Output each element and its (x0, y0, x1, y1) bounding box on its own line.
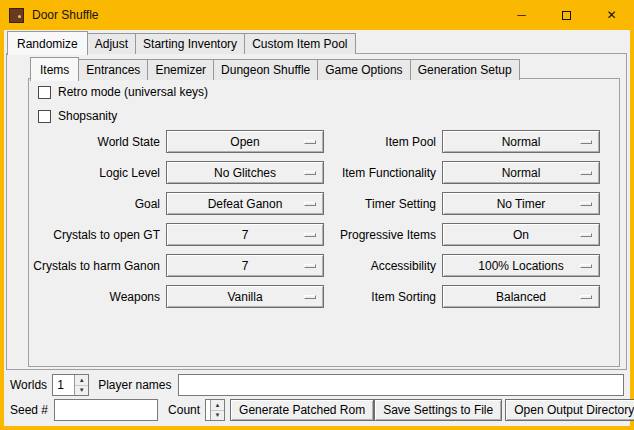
spinner-up-icon[interactable]: ▲ (211, 400, 224, 410)
goal-label: Goal (32, 197, 160, 211)
tab-randomize[interactable]: Randomize (7, 31, 88, 55)
logic-level-value: No Glitches (214, 166, 276, 180)
app-window: Door Shuffle ─ ✕ Randomize Adjust Starti… (0, 0, 634, 430)
worlds-label: Worlds (10, 378, 47, 392)
world-state-dropdown[interactable]: Open (166, 130, 324, 153)
seed-row: Seed # Count ▲ ▼ Generate Patched Rom Sa… (10, 399, 624, 421)
world-state-value: Open (230, 135, 259, 149)
worlds-spinner[interactable]: ▲ ▼ (52, 374, 89, 396)
shopsanity-label: Shopsanity (58, 109, 117, 123)
crystals-gt-label: Crystals to open GT (32, 228, 160, 242)
client-area: Randomize Adjust Starting Inventory Cust… (4, 30, 630, 426)
sub-tab-bar: Items Entrances Enemizer Dungeon Shuffle… (30, 57, 520, 80)
generate-patched-rom-button[interactable]: Generate Patched Rom (230, 399, 374, 421)
seed-label: Seed # (10, 403, 48, 417)
minimize-button[interactable]: ─ (499, 0, 544, 30)
crystals-ganon-dropdown[interactable]: 7 (166, 254, 324, 277)
accessibility-label: Accessibility (330, 259, 436, 273)
spinner-down-icon[interactable]: ▼ (75, 385, 88, 396)
spinner-up-icon[interactable]: ▲ (75, 375, 88, 385)
tab-dungeon-shuffle[interactable]: Dungeon Shuffle (213, 59, 318, 80)
close-button[interactable]: ✕ (589, 0, 634, 30)
progressive-items-value: On (513, 228, 529, 242)
app-icon[interactable] (9, 8, 24, 23)
dropdown-indicator-icon (304, 295, 316, 299)
seed-input[interactable] (54, 399, 158, 421)
progressive-items-label: Progressive Items (330, 228, 436, 242)
count-spinner[interactable]: ▲ ▼ (205, 399, 225, 421)
tab-enemizer[interactable]: Enemizer (147, 59, 214, 80)
count-spinner-arrows: ▲ ▼ (210, 400, 224, 420)
window-title: Door Shuffle (32, 8, 99, 22)
logic-level-dropdown[interactable]: No Glitches (166, 161, 324, 184)
accessibility-dropdown[interactable]: 100% Locations (442, 254, 600, 277)
main-tab-bar: Randomize Adjust Starting Inventory Cust… (7, 31, 356, 54)
title-bar: Door Shuffle ─ ✕ (0, 0, 634, 30)
item-functionality-value: Normal (502, 166, 541, 180)
item-sorting-value: Balanced (496, 290, 546, 304)
timer-setting-label: Timer Setting (330, 197, 436, 211)
item-functionality-label: Item Functionality (330, 166, 436, 180)
dropdown-indicator-icon (304, 140, 316, 144)
accessibility-value: 100% Locations (478, 259, 563, 273)
world-state-label: World State (32, 135, 160, 149)
item-sorting-label: Item Sorting (330, 290, 436, 304)
dropdown-indicator-icon (580, 202, 592, 206)
item-functionality-dropdown[interactable]: Normal (442, 161, 600, 184)
timer-setting-dropdown[interactable]: No Timer (442, 192, 600, 215)
minimize-icon: ─ (517, 8, 526, 22)
maximize-button[interactable] (544, 0, 589, 30)
retro-mode-label: Retro mode (universal keys) (58, 85, 208, 99)
item-sorting-dropdown[interactable]: Balanced (442, 285, 600, 308)
dropdown-indicator-icon (580, 171, 592, 175)
item-pool-dropdown[interactable]: Normal (442, 130, 600, 153)
player-names-input[interactable] (178, 374, 625, 396)
crystals-ganon-value: 7 (242, 259, 249, 273)
options-grid: World State Open Item Pool Normal Logic … (32, 130, 600, 308)
dropdown-indicator-icon (304, 264, 316, 268)
count-label: Count (168, 403, 200, 417)
timer-setting-value: No Timer (497, 197, 546, 211)
open-output-directory-button[interactable]: Open Output Directory (505, 399, 634, 421)
weapons-label: Weapons (32, 290, 160, 304)
dropdown-indicator-icon (304, 202, 316, 206)
spinner-down-icon[interactable]: ▼ (211, 410, 224, 421)
save-settings-button[interactable]: Save Settings to File (374, 399, 502, 421)
player-names-label: Player names (98, 378, 171, 392)
tab-adjust[interactable]: Adjust (87, 33, 136, 54)
retro-mode-checkbox[interactable] (38, 86, 51, 99)
shopsanity-row: Shopsanity (38, 109, 117, 123)
worlds-spinner-arrows: ▲ ▼ (74, 375, 88, 395)
worlds-row: Worlds ▲ ▼ Player names (10, 374, 624, 396)
dropdown-indicator-icon (580, 233, 592, 237)
crystals-gt-value: 7 (242, 228, 249, 242)
tab-items[interactable]: Items (30, 57, 79, 81)
dropdown-indicator-icon (580, 295, 592, 299)
dropdown-indicator-icon (580, 140, 592, 144)
retro-mode-row: Retro mode (universal keys) (38, 85, 208, 99)
close-icon: ✕ (606, 8, 616, 22)
tab-game-options[interactable]: Game Options (317, 59, 410, 80)
worlds-input[interactable] (53, 375, 74, 395)
tab-generation-setup[interactable]: Generation Setup (410, 59, 520, 80)
weapons-value: Vanilla (227, 290, 262, 304)
maximize-icon (562, 11, 571, 20)
weapons-dropdown[interactable]: Vanilla (166, 285, 324, 308)
logic-level-label: Logic Level (32, 166, 160, 180)
crystals-gt-dropdown[interactable]: 7 (166, 223, 324, 246)
goal-value: Defeat Ganon (208, 197, 283, 211)
dropdown-indicator-icon (304, 171, 316, 175)
item-pool-value: Normal (502, 135, 541, 149)
dropdown-indicator-icon (304, 233, 316, 237)
tab-starting-inventory[interactable]: Starting Inventory (135, 33, 245, 54)
dropdown-indicator-icon (580, 264, 592, 268)
tab-entrances[interactable]: Entrances (78, 59, 148, 80)
progressive-items-dropdown[interactable]: On (442, 223, 600, 246)
item-pool-label: Item Pool (330, 135, 436, 149)
window-controls: ─ ✕ (499, 0, 634, 30)
tab-custom-item-pool[interactable]: Custom Item Pool (244, 33, 355, 54)
crystals-ganon-label: Crystals to harm Ganon (32, 259, 160, 273)
goal-dropdown[interactable]: Defeat Ganon (166, 192, 324, 215)
shopsanity-checkbox[interactable] (38, 110, 51, 123)
